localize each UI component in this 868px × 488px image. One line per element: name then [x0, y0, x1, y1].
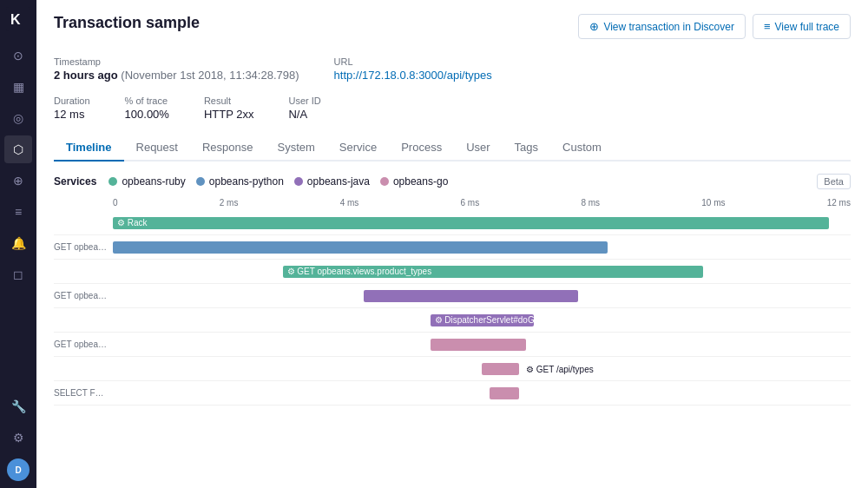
sidebar: K ⊙ ▦ ◎ ⬡ ⊕ ≡ 🔔 ◻ 🔧 ⚙ D: [0, 0, 36, 488]
tab-service[interactable]: Service: [327, 135, 389, 162]
bar-area: [113, 235, 851, 259]
service-opbeans-go: opbeans-go: [380, 175, 448, 188]
span-bar[interactable]: ⚙ GET opbeans.views.product_types: [283, 266, 704, 278]
tab-response[interactable]: Response: [190, 135, 266, 162]
bar-area: [113, 284, 851, 307]
beta-badge: Beta: [817, 174, 851, 189]
bar-area: ⚙ GET opbeans.views.product_types: [113, 260, 851, 283]
service-color-dot: [108, 177, 117, 186]
view-full-trace-button[interactable]: ≡ View full trace: [753, 14, 851, 39]
axis-label: 0: [113, 198, 118, 208]
tab-bar: TimelineRequestResponseSystemServiceProc…: [54, 135, 851, 162]
tab-system[interactable]: System: [265, 135, 326, 162]
axis-label: 6 ms: [461, 198, 480, 208]
service-color-dot: [294, 177, 303, 186]
dev-tools-icon[interactable]: 🔧: [4, 392, 32, 420]
service-opbeans-ruby: opbeans-ruby: [108, 175, 185, 188]
result-meta: Result HTTP 2xx: [204, 96, 254, 121]
bar-label-outside: ⚙ GET /api/types: [526, 364, 594, 373]
pct-trace-value: 100.00%: [125, 108, 169, 121]
bar-area: ⚙ Rack: [113, 211, 851, 234]
bar-area: [113, 333, 851, 356]
bar-area: ⚙ DispatcherServlet#doGet: [113, 308, 851, 332]
service-opbeans-java: opbeans-java: [294, 175, 370, 188]
url-meta: URL http://172.18.0.8:3000/api/types: [334, 56, 851, 82]
tab-tags[interactable]: Tags: [503, 135, 550, 162]
meta-row-2: Duration 12 ms % of trace 100.00% Result…: [54, 96, 851, 121]
meta-row-1: Timestamp 2 hours ago (November 1st 2018…: [54, 56, 851, 82]
timeline-row: ⚙ GET opbeans.views.product_types: [54, 260, 851, 284]
span-bar[interactable]: [364, 290, 578, 302]
service-opbeans-python: opbeans-python: [196, 175, 284, 188]
span-bar[interactable]: [113, 241, 608, 254]
user-id-value: N/A: [288, 108, 320, 121]
timeline-row: ⚙ GET /api/types: [54, 357, 851, 381]
row-label: GET opbeans-java:3000: [54, 291, 113, 300]
view-transaction-discover-button[interactable]: ⊕ View transaction in Discover: [578, 14, 746, 39]
bar-area: ⚙ GET /api/types: [113, 357, 851, 380]
logs-icon[interactable]: ≡: [4, 198, 32, 226]
timeline-row: SELECT FROM product_types: [54, 381, 851, 406]
timeline-chart: 02 ms4 ms6 ms8 ms10 ms12 ms ⚙ RackGET op…: [54, 198, 851, 406]
timeline-row: ⚙ DispatcherServlet#doGet: [54, 308, 851, 333]
span-bar[interactable]: [490, 387, 519, 399]
timestamp-ago: 2 hours ago: [54, 69, 118, 82]
observability-icon[interactable]: ⊙: [4, 42, 32, 69]
services-legend: Services opbeans-rubyopbeans-pythonopbea…: [54, 174, 851, 189]
timeline-rows: ⚙ RackGET opbeans-python⚙ GET opbeans.vi…: [54, 211, 851, 406]
dashboards-icon[interactable]: ▦: [4, 73, 32, 101]
services-label: Services: [54, 175, 96, 188]
canvas-icon[interactable]: ◻: [4, 260, 32, 288]
svg-text:K: K: [10, 12, 21, 27]
span-bar[interactable]: ⚙ Rack: [113, 217, 829, 229]
user-id-meta: User ID N/A: [288, 96, 320, 121]
bar-area: [113, 381, 851, 405]
compass-icon: ⊕: [589, 20, 599, 33]
pct-trace-meta: % of trace 100.00%: [125, 96, 169, 121]
discover-icon[interactable]: ◎: [4, 104, 32, 132]
transaction-panel: Transaction sample ⊕ View transaction in…: [36, 0, 868, 488]
maps-icon[interactable]: ⊕: [4, 167, 32, 195]
duration-meta: Duration 12 ms: [54, 96, 90, 121]
timeline-row: ⚙ Rack: [54, 211, 851, 235]
panel-title: Transaction sample: [54, 14, 200, 32]
tab-user[interactable]: User: [454, 135, 502, 162]
timeline-row: GET opbeans-python: [54, 235, 851, 260]
tab-process[interactable]: Process: [389, 135, 454, 162]
service-color-dot: [196, 177, 205, 186]
tab-timeline[interactable]: Timeline: [54, 135, 124, 162]
timestamp-detail: (November 1st 2018, 11:34:28.798): [121, 69, 299, 82]
url-value[interactable]: http://172.18.0.8:3000/api/types: [334, 69, 851, 82]
panel-actions: ⊕ View transaction in Discover ≡ View fu…: [578, 14, 851, 39]
timeline-axis: 02 ms4 ms6 ms8 ms10 ms12 ms: [54, 198, 851, 208]
service-color-dot: [380, 177, 389, 186]
axis-label: 8 ms: [581, 198, 600, 208]
bar-label-inside: ⚙ DispatcherServlet#doGet: [435, 315, 542, 325]
axis-label: 2 ms: [220, 198, 239, 208]
axis-label: 12 ms: [827, 198, 851, 208]
timestamp-meta: Timestamp 2 hours ago (November 1st 2018…: [54, 56, 299, 82]
logo[interactable]: K: [6, 7, 30, 31]
tab-request[interactable]: Request: [124, 135, 190, 162]
main-content: Transaction sample ⊕ View transaction in…: [36, 0, 868, 488]
settings-icon[interactable]: ⚙: [4, 424, 32, 452]
row-label: GET opbeans-go: [54, 340, 113, 349]
bar-label-inside: ⚙ Rack: [117, 218, 148, 228]
span-bar[interactable]: [431, 339, 527, 351]
alerts-icon[interactable]: 🔔: [4, 229, 32, 257]
bar-label-inside: ⚙ GET opbeans.views.product_types: [287, 267, 432, 276]
avatar[interactable]: D: [7, 458, 30, 481]
duration-value: 12 ms: [54, 108, 90, 121]
tab-custom[interactable]: Custom: [550, 135, 614, 162]
result-value: HTTP 2xx: [204, 108, 254, 121]
span-bar[interactable]: [482, 363, 519, 375]
axis-label: 4 ms: [340, 198, 359, 208]
row-label: GET opbeans-python: [54, 242, 113, 252]
list-icon: ≡: [764, 20, 771, 33]
timeline-row: GET opbeans-java:3000: [54, 284, 851, 308]
span-bar[interactable]: ⚙ DispatcherServlet#doGet: [431, 314, 534, 326]
row-label: SELECT FROM product_types: [54, 388, 113, 398]
axis-label: 10 ms: [701, 198, 725, 208]
services-dots: opbeans-rubyopbeans-pythonopbeans-javaop…: [108, 175, 448, 188]
apm-icon[interactable]: ⬡: [4, 135, 32, 163]
